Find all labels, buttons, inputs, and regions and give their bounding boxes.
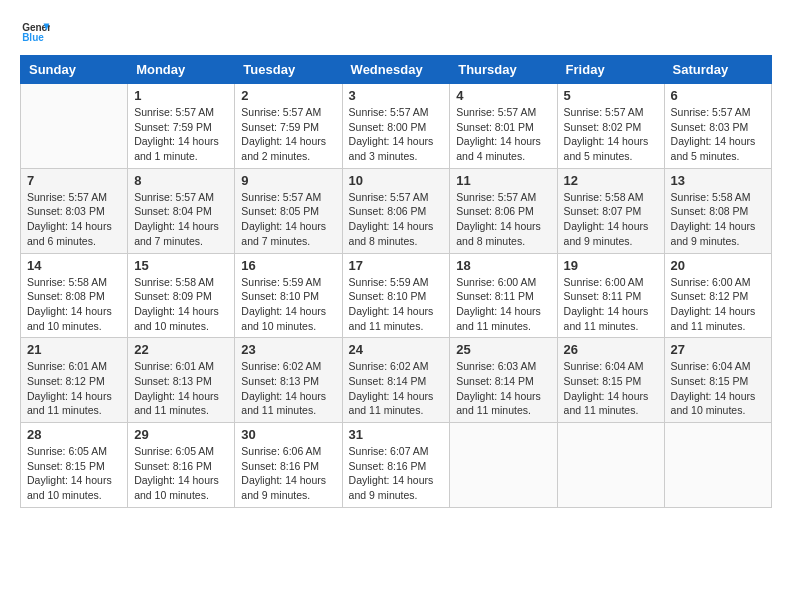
day-number: 11 bbox=[456, 173, 550, 188]
calendar-day-cell: 1Sunrise: 5:57 AM Sunset: 7:59 PM Daylig… bbox=[128, 84, 235, 169]
calendar-day-cell: 18Sunrise: 6:00 AM Sunset: 8:11 PM Dayli… bbox=[450, 253, 557, 338]
svg-text:Blue: Blue bbox=[22, 32, 44, 43]
day-number: 16 bbox=[241, 258, 335, 273]
day-of-week-header: Tuesday bbox=[235, 56, 342, 84]
calendar-day-cell bbox=[450, 423, 557, 508]
day-info: Sunrise: 6:06 AM Sunset: 8:16 PM Dayligh… bbox=[241, 444, 335, 503]
calendar-week-row: 7Sunrise: 5:57 AM Sunset: 8:03 PM Daylig… bbox=[21, 168, 772, 253]
day-info: Sunrise: 6:04 AM Sunset: 8:15 PM Dayligh… bbox=[671, 359, 765, 418]
day-number: 12 bbox=[564, 173, 658, 188]
day-info: Sunrise: 6:00 AM Sunset: 8:11 PM Dayligh… bbox=[564, 275, 658, 334]
day-info: Sunrise: 6:02 AM Sunset: 8:14 PM Dayligh… bbox=[349, 359, 444, 418]
day-number: 2 bbox=[241, 88, 335, 103]
day-number: 25 bbox=[456, 342, 550, 357]
day-number: 5 bbox=[564, 88, 658, 103]
day-info: Sunrise: 5:57 AM Sunset: 8:02 PM Dayligh… bbox=[564, 105, 658, 164]
day-number: 17 bbox=[349, 258, 444, 273]
day-number: 6 bbox=[671, 88, 765, 103]
day-number: 30 bbox=[241, 427, 335, 442]
logo-icon: General Blue bbox=[20, 20, 50, 45]
day-of-week-header: Friday bbox=[557, 56, 664, 84]
day-info: Sunrise: 5:57 AM Sunset: 8:05 PM Dayligh… bbox=[241, 190, 335, 249]
day-number: 29 bbox=[134, 427, 228, 442]
day-info: Sunrise: 5:58 AM Sunset: 8:08 PM Dayligh… bbox=[671, 190, 765, 249]
calendar-header-row: SundayMondayTuesdayWednesdayThursdayFrid… bbox=[21, 56, 772, 84]
day-number: 18 bbox=[456, 258, 550, 273]
day-info: Sunrise: 5:57 AM Sunset: 8:04 PM Dayligh… bbox=[134, 190, 228, 249]
calendar-day-cell: 27Sunrise: 6:04 AM Sunset: 8:15 PM Dayli… bbox=[664, 338, 771, 423]
day-info: Sunrise: 6:02 AM Sunset: 8:13 PM Dayligh… bbox=[241, 359, 335, 418]
day-number: 27 bbox=[671, 342, 765, 357]
day-number: 24 bbox=[349, 342, 444, 357]
calendar-week-row: 14Sunrise: 5:58 AM Sunset: 8:08 PM Dayli… bbox=[21, 253, 772, 338]
day-number: 31 bbox=[349, 427, 444, 442]
calendar-day-cell: 28Sunrise: 6:05 AM Sunset: 8:15 PM Dayli… bbox=[21, 423, 128, 508]
day-info: Sunrise: 6:04 AM Sunset: 8:15 PM Dayligh… bbox=[564, 359, 658, 418]
day-info: Sunrise: 5:57 AM Sunset: 8:00 PM Dayligh… bbox=[349, 105, 444, 164]
calendar-day-cell: 5Sunrise: 5:57 AM Sunset: 8:02 PM Daylig… bbox=[557, 84, 664, 169]
calendar-day-cell bbox=[664, 423, 771, 508]
calendar-day-cell: 6Sunrise: 5:57 AM Sunset: 8:03 PM Daylig… bbox=[664, 84, 771, 169]
day-number: 10 bbox=[349, 173, 444, 188]
day-number: 19 bbox=[564, 258, 658, 273]
day-number: 22 bbox=[134, 342, 228, 357]
calendar-week-row: 1Sunrise: 5:57 AM Sunset: 7:59 PM Daylig… bbox=[21, 84, 772, 169]
calendar-day-cell: 3Sunrise: 5:57 AM Sunset: 8:00 PM Daylig… bbox=[342, 84, 450, 169]
calendar-day-cell: 15Sunrise: 5:58 AM Sunset: 8:09 PM Dayli… bbox=[128, 253, 235, 338]
day-info: Sunrise: 5:58 AM Sunset: 8:08 PM Dayligh… bbox=[27, 275, 121, 334]
calendar-day-cell: 4Sunrise: 5:57 AM Sunset: 8:01 PM Daylig… bbox=[450, 84, 557, 169]
day-number: 23 bbox=[241, 342, 335, 357]
day-info: Sunrise: 5:57 AM Sunset: 8:01 PM Dayligh… bbox=[456, 105, 550, 164]
day-info: Sunrise: 5:57 AM Sunset: 8:03 PM Dayligh… bbox=[27, 190, 121, 249]
calendar-day-cell: 10Sunrise: 5:57 AM Sunset: 8:06 PM Dayli… bbox=[342, 168, 450, 253]
calendar-day-cell: 29Sunrise: 6:05 AM Sunset: 8:16 PM Dayli… bbox=[128, 423, 235, 508]
day-info: Sunrise: 5:57 AM Sunset: 8:06 PM Dayligh… bbox=[456, 190, 550, 249]
day-info: Sunrise: 6:00 AM Sunset: 8:12 PM Dayligh… bbox=[671, 275, 765, 334]
calendar-day-cell: 31Sunrise: 6:07 AM Sunset: 8:16 PM Dayli… bbox=[342, 423, 450, 508]
day-info: Sunrise: 5:59 AM Sunset: 8:10 PM Dayligh… bbox=[241, 275, 335, 334]
calendar-week-row: 28Sunrise: 6:05 AM Sunset: 8:15 PM Dayli… bbox=[21, 423, 772, 508]
calendar-day-cell: 11Sunrise: 5:57 AM Sunset: 8:06 PM Dayli… bbox=[450, 168, 557, 253]
day-info: Sunrise: 6:01 AM Sunset: 8:13 PM Dayligh… bbox=[134, 359, 228, 418]
calendar-day-cell: 14Sunrise: 5:58 AM Sunset: 8:08 PM Dayli… bbox=[21, 253, 128, 338]
day-number: 3 bbox=[349, 88, 444, 103]
day-info: Sunrise: 5:58 AM Sunset: 8:09 PM Dayligh… bbox=[134, 275, 228, 334]
calendar-week-row: 21Sunrise: 6:01 AM Sunset: 8:12 PM Dayli… bbox=[21, 338, 772, 423]
day-of-week-header: Monday bbox=[128, 56, 235, 84]
calendar-day-cell: 23Sunrise: 6:02 AM Sunset: 8:13 PM Dayli… bbox=[235, 338, 342, 423]
day-number: 21 bbox=[27, 342, 121, 357]
day-info: Sunrise: 5:57 AM Sunset: 7:59 PM Dayligh… bbox=[241, 105, 335, 164]
day-number: 26 bbox=[564, 342, 658, 357]
day-info: Sunrise: 5:57 AM Sunset: 7:59 PM Dayligh… bbox=[134, 105, 228, 164]
day-number: 9 bbox=[241, 173, 335, 188]
calendar-day-cell: 8Sunrise: 5:57 AM Sunset: 8:04 PM Daylig… bbox=[128, 168, 235, 253]
calendar-day-cell: 9Sunrise: 5:57 AM Sunset: 8:05 PM Daylig… bbox=[235, 168, 342, 253]
day-info: Sunrise: 6:01 AM Sunset: 8:12 PM Dayligh… bbox=[27, 359, 121, 418]
day-number: 13 bbox=[671, 173, 765, 188]
day-info: Sunrise: 6:03 AM Sunset: 8:14 PM Dayligh… bbox=[456, 359, 550, 418]
day-info: Sunrise: 5:57 AM Sunset: 8:06 PM Dayligh… bbox=[349, 190, 444, 249]
calendar-day-cell bbox=[557, 423, 664, 508]
day-info: Sunrise: 6:05 AM Sunset: 8:16 PM Dayligh… bbox=[134, 444, 228, 503]
day-info: Sunrise: 6:00 AM Sunset: 8:11 PM Dayligh… bbox=[456, 275, 550, 334]
day-number: 8 bbox=[134, 173, 228, 188]
day-number: 7 bbox=[27, 173, 121, 188]
day-number: 15 bbox=[134, 258, 228, 273]
calendar-day-cell: 7Sunrise: 5:57 AM Sunset: 8:03 PM Daylig… bbox=[21, 168, 128, 253]
calendar-day-cell: 30Sunrise: 6:06 AM Sunset: 8:16 PM Dayli… bbox=[235, 423, 342, 508]
day-number: 28 bbox=[27, 427, 121, 442]
day-of-week-header: Thursday bbox=[450, 56, 557, 84]
calendar-day-cell: 21Sunrise: 6:01 AM Sunset: 8:12 PM Dayli… bbox=[21, 338, 128, 423]
day-info: Sunrise: 5:58 AM Sunset: 8:07 PM Dayligh… bbox=[564, 190, 658, 249]
calendar-day-cell: 25Sunrise: 6:03 AM Sunset: 8:14 PM Dayli… bbox=[450, 338, 557, 423]
day-of-week-header: Wednesday bbox=[342, 56, 450, 84]
calendar-day-cell: 19Sunrise: 6:00 AM Sunset: 8:11 PM Dayli… bbox=[557, 253, 664, 338]
calendar-day-cell bbox=[21, 84, 128, 169]
calendar-day-cell: 2Sunrise: 5:57 AM Sunset: 7:59 PM Daylig… bbox=[235, 84, 342, 169]
page-header: General Blue bbox=[20, 20, 772, 45]
day-number: 20 bbox=[671, 258, 765, 273]
day-info: Sunrise: 5:59 AM Sunset: 8:10 PM Dayligh… bbox=[349, 275, 444, 334]
calendar-day-cell: 12Sunrise: 5:58 AM Sunset: 8:07 PM Dayli… bbox=[557, 168, 664, 253]
day-of-week-header: Saturday bbox=[664, 56, 771, 84]
calendar-day-cell: 13Sunrise: 5:58 AM Sunset: 8:08 PM Dayli… bbox=[664, 168, 771, 253]
